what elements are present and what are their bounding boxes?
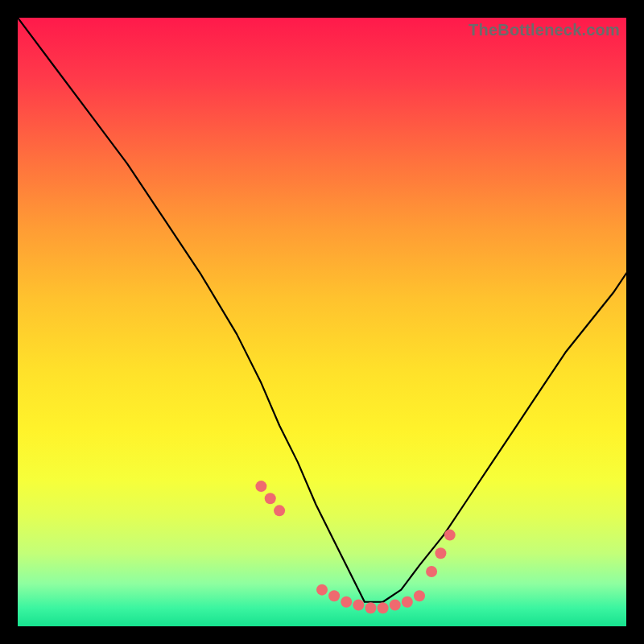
highlight-dot [435,547,446,559]
highlight-dots [255,481,455,613]
highlight-dot [365,602,376,613]
highlight-dot [444,530,456,541]
highlight-dot [378,602,389,613]
highlight-dot [390,600,401,611]
highlight-dot [274,505,285,516]
plot-area: TheBottleneck.com [18,18,626,626]
bottleneck-curve [18,18,626,602]
highlight-dot [265,493,276,504]
chart-overlay [18,18,626,626]
highlight-dot [353,600,364,611]
highlight-dot [414,590,425,601]
highlight-dot [255,481,266,492]
highlight-dot [341,597,352,608]
highlight-dot [328,590,340,601]
highlight-dot [316,584,328,596]
highlight-dot [426,566,437,577]
chart-stage: TheBottleneck.com [0,0,644,644]
highlight-dot [402,597,413,608]
